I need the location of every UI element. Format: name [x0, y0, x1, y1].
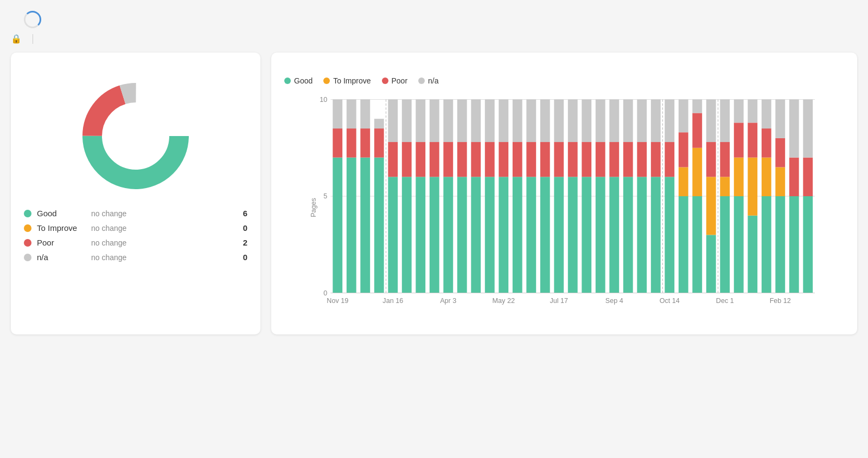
- svg-rect-34: [457, 177, 467, 293]
- svg-rect-37: [471, 177, 481, 293]
- svg-rect-46: [513, 177, 522, 293]
- svg-rect-85: [679, 100, 688, 133]
- svg-rect-52: [540, 177, 550, 293]
- chart-legend-label: Good: [294, 76, 312, 85]
- chart-legend: Good To Improve Poor n/a: [284, 76, 844, 85]
- svg-rect-104: [748, 122, 757, 157]
- bar-chart-svg: 0510PagesNov 19Jan 16Apr 3May 22Jul 17Se…: [284, 94, 844, 321]
- svg-rect-40: [485, 177, 495, 293]
- svg-rect-28: [430, 177, 439, 293]
- svg-rect-112: [775, 138, 785, 167]
- svg-rect-87: [692, 148, 702, 196]
- svg-rect-41: [485, 142, 495, 177]
- legend-name: Good: [37, 209, 86, 218]
- svg-rect-113: [775, 100, 785, 138]
- svg-rect-58: [568, 177, 578, 293]
- svg-rect-89: [692, 100, 702, 113]
- title-row: [11, 11, 857, 28]
- svg-rect-71: [623, 142, 633, 177]
- svg-rect-115: [789, 158, 799, 196]
- svg-text:May 22: May 22: [493, 297, 515, 305]
- svg-rect-111: [775, 167, 785, 196]
- svg-rect-63: [582, 100, 591, 143]
- legend: Good no change 6 To Improve no change 0 …: [24, 209, 247, 262]
- svg-rect-110: [775, 196, 785, 293]
- svg-rect-82: [679, 196, 688, 293]
- svg-rect-84: [679, 132, 688, 167]
- svg-rect-56: [554, 142, 564, 177]
- svg-rect-8: [333, 128, 342, 158]
- legend-item: Good no change 6: [24, 209, 247, 218]
- svg-rect-16: [374, 158, 384, 293]
- svg-rect-48: [513, 100, 522, 143]
- svg-rect-45: [499, 100, 508, 143]
- chart-legend-item: Poor: [382, 76, 408, 85]
- svg-rect-68: [609, 142, 619, 177]
- svg-rect-13: [360, 158, 370, 293]
- svg-rect-76: [651, 177, 661, 293]
- svg-rect-79: [665, 177, 674, 293]
- svg-rect-83: [679, 167, 688, 196]
- svg-rect-50: [526, 142, 536, 177]
- svg-rect-44: [499, 142, 508, 177]
- svg-text:5: 5: [323, 192, 327, 200]
- svg-rect-65: [596, 142, 605, 177]
- legend-name: Poor: [37, 238, 86, 247]
- svg-rect-11: [347, 128, 356, 158]
- svg-rect-62: [582, 142, 591, 177]
- svg-rect-80: [665, 142, 674, 177]
- svg-rect-36: [457, 100, 467, 143]
- svg-rect-26: [416, 142, 425, 177]
- chart-legend-dot: [418, 78, 425, 84]
- svg-text:Feb 12: Feb 12: [770, 297, 791, 305]
- svg-rect-109: [762, 100, 771, 129]
- chart-legend-item: Good: [284, 76, 312, 85]
- chart-legend-dot: [284, 78, 291, 84]
- chart-legend-label: To Improve: [333, 76, 371, 85]
- svg-rect-42: [485, 100, 495, 143]
- svg-rect-23: [402, 142, 412, 177]
- svg-rect-47: [513, 142, 522, 177]
- legend-name: n/a: [37, 253, 86, 262]
- svg-rect-29: [430, 142, 439, 177]
- legend-change: no change: [91, 209, 238, 218]
- chart-legend-item: n/a: [418, 76, 438, 85]
- svg-rect-61: [582, 177, 591, 293]
- svg-rect-25: [416, 177, 425, 293]
- svg-rect-74: [637, 142, 647, 177]
- svg-rect-101: [734, 100, 744, 123]
- svg-rect-39: [471, 100, 481, 143]
- svg-rect-24: [402, 100, 412, 143]
- svg-text:Nov 19: Nov 19: [327, 297, 348, 305]
- svg-rect-72: [623, 100, 633, 143]
- svg-rect-27: [416, 100, 425, 143]
- svg-rect-75: [637, 100, 647, 143]
- svg-rect-10: [347, 158, 356, 293]
- chart-legend-label: n/a: [428, 76, 438, 85]
- cards-container: Good no change 6 To Improve no change 0 …: [11, 53, 857, 334]
- svg-rect-51: [526, 100, 536, 143]
- svg-rect-21: [388, 100, 398, 143]
- svg-rect-98: [734, 196, 744, 293]
- legend-item: To Improve no change 0: [24, 223, 247, 233]
- svg-text:Oct 14: Oct 14: [660, 297, 680, 305]
- svg-rect-38: [471, 142, 481, 177]
- svg-rect-108: [762, 128, 771, 158]
- svg-rect-107: [762, 158, 771, 196]
- svg-rect-92: [706, 142, 716, 177]
- chart-legend-label: Poor: [392, 76, 408, 85]
- page-status-card: Good no change 6 To Improve no change 0 …: [11, 53, 260, 334]
- svg-text:Sep 4: Sep 4: [605, 297, 623, 305]
- svg-text:Dec 1: Dec 1: [716, 297, 734, 305]
- legend-item: n/a no change 0: [24, 253, 247, 262]
- svg-rect-95: [720, 177, 730, 196]
- svg-rect-59: [568, 142, 578, 177]
- legend-change: no change: [91, 253, 238, 262]
- svg-rect-102: [748, 216, 757, 293]
- svg-rect-15: [360, 100, 370, 129]
- svg-rect-30: [430, 100, 439, 143]
- legend-change: no change: [91, 238, 238, 247]
- svg-text:10: 10: [320, 96, 327, 104]
- svg-rect-96: [720, 142, 730, 177]
- svg-rect-69: [609, 100, 619, 143]
